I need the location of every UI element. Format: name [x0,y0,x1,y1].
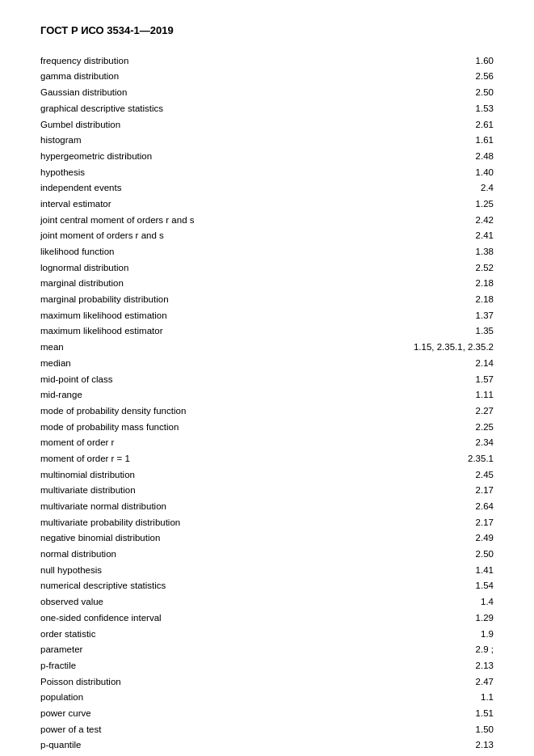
ref-cell: 1.29 [381,610,494,626]
document-title: ГОСТ Р ИСО 3534-1—2019 [40,24,494,36]
ref-cell: 1.37 [381,307,494,323]
term-cell: prediction interval [40,753,381,756]
term-cell: negative binomial distribution [40,530,381,547]
ref-cell: 1.61 [381,132,494,148]
term-cell: multivariate normal distribution [40,498,381,514]
term-cell: marginal probability distribution [40,291,381,307]
table-row: population1.1 [40,690,494,706]
term-cell: normal distribution [40,546,381,562]
table-row: order statistic1.9 [40,626,494,642]
term-cell: numerical descriptive statistics [40,578,381,594]
table-row: normal distribution2.50 [40,546,494,562]
table-row: marginal distribution2.18 [40,276,494,292]
ref-cell: 1.9 [381,626,494,642]
ref-cell: 2.49 [381,530,494,547]
term-cell: marginal distribution [40,276,381,292]
ref-cell: 1.51 [381,705,494,721]
table-row: independent events2.4 [40,180,494,196]
table-row: mid-range1.11 [40,386,494,403]
term-cell: power curve [40,705,381,721]
ref-cell: 2.18 [381,291,494,307]
ref-cell: 2.18 [381,276,494,292]
index-table: frequency distribution1.60gamma distribu… [40,53,494,756]
term-cell: histogram [40,132,381,148]
ref-cell: 2.14 [381,355,494,371]
ref-cell: 2.50 [381,84,494,100]
ref-cell: 2.50 [381,546,494,562]
term-cell: mode of probability mass function [40,419,381,435]
term-cell: null hypothesis [40,562,381,578]
term-cell: order statistic [40,626,381,642]
ref-cell: 1.60 [381,53,494,69]
table-row: mode of probability density function2.27 [40,403,494,419]
table-row: p-quantile2.13 [40,737,494,754]
table-row: likelihood function1.38 [40,243,494,260]
ref-cell: 2.47 [381,674,494,690]
ref-cell: 1.50 [381,721,494,737]
term-cell: moment of order r = 1 [40,450,381,467]
table-row: negative binomial distribution2.49 [40,530,494,547]
term-cell: gamma distribution [40,69,381,85]
term-cell: hypergeometric distribution [40,148,381,164]
term-cell: joint central moment of orders r and s [40,212,381,228]
ref-cell: 1.1 [381,690,494,706]
term-cell: multivariate distribution [40,483,381,499]
term-cell: maximum likelihood estimator [40,323,381,340]
table-row: null hypothesis1.41 [40,562,494,578]
ref-cell: 2.27 [381,403,494,419]
table-row: mean1.15, 2.35.1, 2.35.2 [40,339,494,355]
term-cell: moment of order r [40,435,381,451]
table-row: moment of order r2.34 [40,435,494,451]
term-cell: likelihood function [40,243,381,260]
table-row: observed value1.4 [40,593,494,610]
ref-cell: 1.11 [381,386,494,403]
ref-cell: 1.54 [381,578,494,594]
table-row: mid-point of class1.57 [40,371,494,387]
ref-cell: 2.61 [381,116,494,133]
term-cell: Poisson distribution [40,674,381,690]
ref-cell: 2.52 [381,260,494,276]
table-row: multinomial distribution2.45 [40,467,494,483]
term-cell: hypothesis [40,164,381,180]
term-cell: population [40,690,381,706]
table-row: joint moment of orders r and s2.41 [40,228,494,244]
table-row: Gaussian distribution2.50 [40,84,494,100]
table-row: mode of probability mass function2.25 [40,419,494,435]
term-cell: lognormal distribution [40,260,381,276]
term-cell: parameter [40,641,381,657]
table-row: Gumbel distribution2.61 [40,116,494,133]
table-row: numerical descriptive statistics1.54 [40,578,494,594]
term-cell: multivariate probability distribution [40,514,381,530]
ref-cell: 2.42 [381,212,494,228]
term-cell: independent events [40,180,381,196]
ref-cell: 1.15, 2.35.1, 2.35.2 [381,339,494,355]
table-row: power curve1.51 [40,705,494,721]
ref-cell: 2.45 [381,467,494,483]
ref-cell: 2.41 [381,228,494,244]
table-row: Poisson distribution2.47 [40,674,494,690]
ref-cell: 1.53 [381,100,494,116]
ref-cell: 2.34 [381,435,494,451]
table-row: hypothesis1.40 [40,164,494,180]
term-cell: observed value [40,593,381,610]
ref-cell: 1.30 [381,753,494,756]
table-row: gamma distribution2.56 [40,69,494,85]
table-row: marginal probability distribution2.18 [40,291,494,307]
term-cell: joint moment of orders r and s [40,228,381,244]
table-row: interval estimator1.25 [40,196,494,212]
term-cell: one-sided confidence interval [40,610,381,626]
ref-cell: 2.13 [381,657,494,674]
table-row: one-sided confidence interval1.29 [40,610,494,626]
ref-cell: 2.25 [381,419,494,435]
ref-cell: 1.57 [381,371,494,387]
table-row: lognormal distribution2.52 [40,260,494,276]
table-row: histogram1.61 [40,132,494,148]
term-cell: p-fractile [40,657,381,674]
ref-cell: 2.4 [381,180,494,196]
table-row: hypergeometric distribution2.48 [40,148,494,164]
term-cell: interval estimator [40,196,381,212]
term-cell: mean [40,339,381,355]
table-row: p-fractile2.13 [40,657,494,674]
table-row: multivariate probability distribution2.1… [40,514,494,530]
ref-cell: 1.4 [381,593,494,610]
